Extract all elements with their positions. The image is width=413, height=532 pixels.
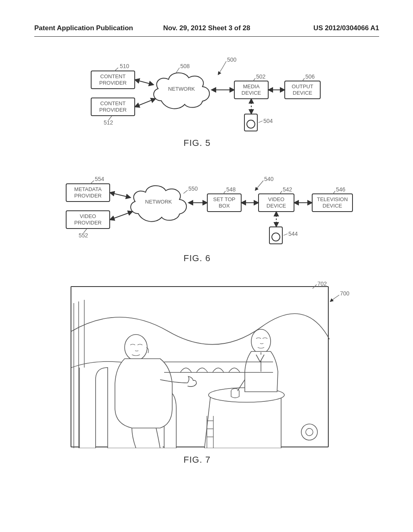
fig7-ref-702: 702 [317, 281, 327, 287]
fig6-ref-546: 546 [336, 186, 345, 193]
fig5-ref-506: 506 [305, 73, 315, 80]
fig6-caption: FIG. 6 [184, 253, 211, 264]
fig5-ref-502: 502 [256, 73, 265, 80]
fig6-network-cloud: NETWORK [126, 179, 191, 226]
fig6-television-device: TELEVISION DEVICE [312, 193, 353, 212]
fig5-ref-510: 510 [120, 63, 129, 69]
header-right: US 2012/0304066 A1 [313, 24, 379, 32]
fig5-ref-504: 504 [263, 118, 273, 124]
fig5-content-provider-1: CONTENT PROVIDER [91, 71, 135, 89]
fig5-content-provider-2: CONTENT PROVIDER [91, 98, 135, 116]
svg-line-9 [259, 121, 263, 123]
fig5-media-device: MEDIA DEVICE [234, 81, 269, 99]
fig6-ref-550: 550 [188, 185, 198, 192]
fig6-metadata-provider: METADATA PROVIDER [66, 183, 110, 202]
fig6-remote [269, 227, 283, 244]
header-rule [34, 36, 379, 37]
fig5-remote [244, 114, 258, 131]
fig5-ref-500: 500 [227, 56, 236, 63]
fig6-video-provider: VIDEO PROVIDER [66, 210, 110, 229]
fig5-ref-512: 512 [104, 119, 113, 126]
fig7-screen-frame [71, 286, 329, 447]
svg-point-29 [125, 335, 147, 360]
fig6-ref-554: 554 [95, 176, 104, 182]
svg-line-22 [284, 234, 288, 235]
fig6-ref-544: 544 [288, 231, 298, 237]
fig7-illustration [71, 287, 330, 448]
fig7-ref-700: 700 [340, 290, 349, 297]
fig6-video-device: VIDEO DEVICE [258, 193, 294, 212]
svg-point-27 [306, 428, 313, 436]
fig6-ref-548: 548 [226, 186, 236, 193]
fig6-ref-552: 552 [79, 232, 88, 239]
fig6-ref-542: 542 [283, 186, 292, 193]
header-center: Nov. 29, 2012 Sheet 3 of 28 [163, 24, 250, 32]
fig6-network-label: NETWORK [126, 199, 191, 205]
page: Patent Application Publication Nov. 29, … [34, 24, 379, 508]
fig6-ref-540: 540 [264, 176, 273, 182]
svg-point-28 [251, 329, 271, 353]
fig7-caption: FIG. 7 [184, 455, 211, 465]
header-left: Patent Application Publication [34, 24, 133, 32]
fig5-output-device: OUTPUT DEVICE [284, 81, 321, 99]
fig5-caption: FIG. 5 [184, 138, 211, 148]
fig5-network-label: NETWORK [149, 86, 214, 92]
fig6-set-top-box: SET TOP BOX [207, 193, 242, 212]
fig5-ref-508: 508 [180, 63, 190, 69]
fig5-network-cloud: NETWORK [149, 66, 214, 113]
